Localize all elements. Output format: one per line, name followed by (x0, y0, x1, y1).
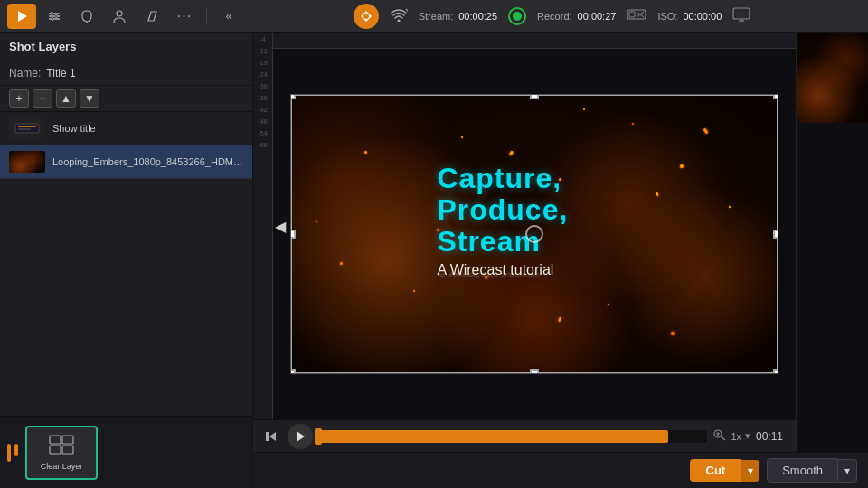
zoom-icon[interactable] (712, 428, 727, 444)
prev-arrow[interactable]: ◀ (275, 218, 286, 235)
cut-main-button[interactable]: Cut (690, 459, 742, 482)
svg-rect-28 (266, 432, 269, 441)
handle-bottom-left[interactable] (290, 369, 296, 374)
svg-marker-29 (269, 432, 276, 441)
ruler-tick: -24 (258, 71, 267, 78)
audio-button[interactable] (72, 4, 101, 29)
preview-right-container: -4 -12 -19 -24 -30 -36 -42 -48 -54 -60 (253, 33, 868, 452)
timeline-bar-2 (14, 444, 18, 456)
spark (632, 123, 634, 125)
ruler-left: -4 -12 -19 -24 -30 -36 -42 -48 -54 -60 (253, 33, 273, 419)
add-layer-button[interactable]: + (9, 89, 29, 108)
record-label: Record: (537, 11, 572, 22)
selection-center (525, 225, 543, 243)
layer-thumbnail-show (9, 117, 45, 139)
handle-top-left[interactable] (290, 94, 296, 99)
scrubber-handle[interactable] (315, 428, 322, 445)
iso-label: ISO: (657, 11, 677, 22)
left-panel: Shot Layers Name: Title 1 + − ▲ ▼ (0, 33, 253, 488)
video-canvas: Capture, Produce, Stream A Wirecast tuto… (273, 49, 796, 419)
cut-dropdown-button[interactable]: ▾ (741, 460, 760, 482)
parallelogram-button[interactable] (137, 4, 166, 29)
zoom-level: 1x (731, 431, 741, 442)
ruler-tick: -36 (258, 95, 267, 101)
spark (364, 151, 367, 154)
list-item[interactable]: Looping_Embers_1080p_8453266_HDMOV. (0, 145, 252, 179)
smooth-button-group: Smooth ▾ (767, 458, 857, 483)
zoom-dropdown-icon[interactable]: ▾ (745, 430, 750, 442)
move-up-button[interactable]: ▲ (56, 89, 76, 108)
spark (316, 221, 317, 222)
more-button[interactable]: ··· (170, 4, 199, 29)
svg-marker-0 (18, 11, 27, 22)
svg-rect-15 (629, 12, 635, 17)
stream-info: Stream: 00:00:25 (419, 11, 497, 22)
remove-layer-button[interactable]: − (33, 89, 52, 108)
ruler-tick: -60 (258, 142, 267, 148)
smooth-main-button[interactable]: Smooth (767, 458, 838, 483)
profile-button[interactable] (105, 4, 134, 29)
panel-header: Shot Layers (0, 33, 252, 61)
svg-rect-25 (62, 436, 73, 444)
handle-bottom-right[interactable] (773, 369, 778, 374)
cut-controls: Cut ▾ Smooth ▾ (253, 452, 868, 488)
right-panel (796, 33, 868, 452)
panel-title: Shot Layers (9, 40, 76, 53)
list-item[interactable]: Show title (0, 112, 252, 145)
stream-label: Stream: (419, 11, 454, 22)
smooth-dropdown-button[interactable]: ▾ (838, 459, 857, 483)
video-main-title: Capture, Produce, Stream (437, 163, 680, 258)
handle-top-center[interactable] (530, 94, 539, 99)
spark (413, 290, 415, 292)
scrubber-fill (318, 430, 668, 443)
settings-button[interactable] (40, 4, 69, 29)
toolbar-left: ··· « (7, 4, 243, 29)
monitor-icon (732, 7, 750, 24)
layer-list: Show title Looping_Embers_1080p_8453266_… (0, 112, 252, 416)
spark (671, 332, 675, 335)
svg-point-5 (55, 14, 58, 17)
svg-marker-30 (297, 431, 305, 442)
time-display: 00:11 (756, 430, 788, 443)
app-logo (354, 4, 379, 29)
clear-layer-icon (48, 434, 75, 460)
video-subtitle-mirror: A Wirecast tutorial (437, 271, 680, 278)
prev-frame-button[interactable] (260, 426, 282, 447)
record-indicator (508, 7, 526, 25)
layer-thumbnail-video (9, 151, 45, 173)
svg-point-11 (363, 14, 369, 19)
panel-toolbar: + − ▲ ▼ (0, 86, 252, 112)
timeline-bars (7, 444, 18, 462)
preview-controls: 1x ▾ 00:11 (253, 419, 796, 452)
handle-bottom-center[interactable] (530, 369, 539, 374)
ruler-tick: -4 (259, 36, 265, 42)
timeline-area: Clear Layer (0, 416, 252, 488)
layer-label-embers: Looping_Embers_1080p_8453266_HDMOV. (52, 156, 243, 167)
move-down-button[interactable]: ▼ (80, 89, 99, 108)
timeline-bar-1 (7, 444, 11, 462)
top-toolbar: ··· « Stream: 00:00:25 (0, 0, 868, 33)
center-preview: -4 -12 -19 -24 -30 -36 -42 -48 -54 -60 (253, 33, 796, 452)
collapse-button[interactable]: « (214, 4, 243, 29)
play-button[interactable] (288, 424, 313, 449)
toolbar-divider (206, 7, 207, 25)
iso-time: 00:00:00 (683, 11, 722, 22)
handle-top-right[interactable] (773, 94, 778, 99)
iso-info: ISO: 00:00:00 (657, 11, 722, 22)
right-thumbnail (797, 33, 868, 123)
ruler-tick: -19 (258, 60, 267, 66)
shot-thumbnail-clear[interactable]: Clear Layer (25, 426, 98, 480)
handle-mid-right[interactable] (773, 230, 778, 239)
scrubber-track[interactable] (318, 430, 707, 443)
stream-time: 00:00:25 (458, 11, 497, 22)
video-preview: Capture, Produce, Stream A Wirecast tuto… (290, 94, 778, 374)
ruler-tick: -48 (258, 118, 267, 125)
handle-mid-left[interactable] (290, 230, 296, 239)
spark (340, 262, 343, 265)
svg-marker-10 (148, 12, 156, 21)
center-right-area: -4 -12 -19 -24 -30 -36 -42 -48 -54 -60 (253, 33, 868, 488)
ruler-tick: -30 (258, 83, 267, 89)
live-button[interactable] (7, 4, 36, 29)
ruler-top (273, 33, 796, 49)
panel-name-row: Name: Title 1 (0, 61, 252, 86)
